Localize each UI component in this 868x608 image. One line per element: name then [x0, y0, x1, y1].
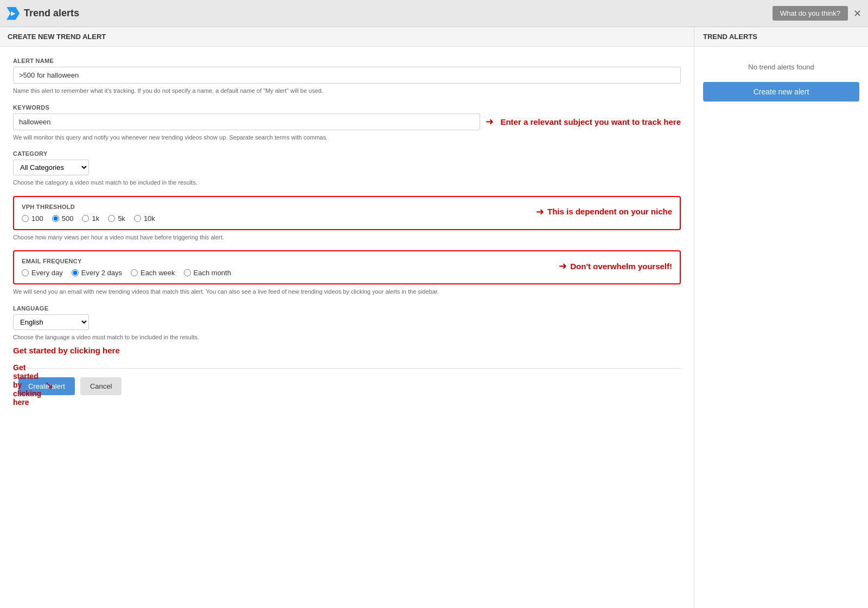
- create-new-alert-button[interactable]: Create new alert: [703, 82, 859, 102]
- vph-option-100[interactable]: 100: [22, 214, 43, 223]
- vph-option-1k[interactable]: 1k: [82, 214, 99, 223]
- category-hint: Choose the category a video must match t…: [13, 178, 681, 187]
- email-radio-eachmonth[interactable]: [184, 269, 191, 276]
- language-label: LANGUAGE: [13, 305, 681, 312]
- vph-radio-500[interactable]: [52, 215, 59, 222]
- language-select[interactable]: English Spanish French German: [13, 314, 89, 330]
- title-bar: ▶ Trend alerts What do you think? ✕: [0, 0, 868, 27]
- main-container: CREATE NEW TREND ALERT ALERT NAME Name t…: [0, 27, 868, 608]
- email-option-everyday[interactable]: Every day: [22, 269, 63, 277]
- category-label: CATEGORY: [13, 150, 681, 157]
- right-panel-body: No trend alerts found Create new alert: [694, 47, 868, 112]
- language-hint: Choose the language a video must match t…: [13, 333, 681, 342]
- email-option-every2days[interactable]: Every 2 days: [72, 269, 122, 277]
- app-logo: ▶: [7, 7, 20, 20]
- close-button[interactable]: ✕: [853, 8, 861, 20]
- no-alerts-text: No trend alerts found: [703, 58, 859, 71]
- vph-radio-group: 100 500 1k 5k: [22, 214, 527, 223]
- vph-option-5k[interactable]: 5k: [108, 214, 125, 223]
- vph-label: VPH THRESHOLD: [22, 204, 527, 210]
- create-section-header: CREATE NEW TREND ALERT: [0, 27, 694, 47]
- vph-radio-100[interactable]: [22, 215, 29, 222]
- email-option-eachweek[interactable]: Each week: [131, 269, 175, 277]
- email-radio-everyday[interactable]: [22, 269, 29, 276]
- feedback-button[interactable]: What do you think?: [773, 6, 848, 21]
- email-label: EMAIL FREQUENCY: [22, 258, 550, 264]
- vph-radio-1k[interactable]: [82, 215, 89, 222]
- bottom-actions: Get started by clicking here ↘ Create al…: [13, 368, 681, 395]
- app-title: Trend alerts: [24, 8, 773, 19]
- keywords-annotation: Enter a relevant subject you want to tra…: [500, 116, 681, 128]
- create-annotation: Get started by clicking here: [13, 363, 41, 407]
- vph-option-500[interactable]: 500: [52, 214, 74, 223]
- email-annotation: Don't overwhelm yourself!: [570, 262, 672, 271]
- email-hint: We will send you an email with new trend…: [13, 287, 681, 296]
- email-radio-eachweek[interactable]: [131, 269, 138, 276]
- vph-section: VPH THRESHOLD 100 500 1k: [13, 196, 681, 230]
- alert-name-hint: Name this alert to remember what it's tr…: [13, 86, 681, 96]
- left-panel: CREATE NEW TREND ALERT ALERT NAME Name t…: [0, 27, 694, 608]
- vph-hint: Choose how many views per hour a video m…: [13, 233, 681, 242]
- keywords-hint: We will monitor this query and notify yo…: [13, 133, 681, 142]
- vph-radio-5k[interactable]: [108, 215, 115, 222]
- cancel-button[interactable]: Cancel: [80, 377, 122, 395]
- alert-name-label: ALERT NAME: [13, 58, 681, 64]
- vph-option-10k[interactable]: 10k: [134, 214, 155, 223]
- vph-annotation: This is dependent on your niche: [547, 207, 672, 216]
- email-radio-every2days[interactable]: [72, 269, 79, 276]
- right-panel: TREND ALERTS No trend alerts found Creat…: [694, 27, 868, 608]
- vph-radio-10k[interactable]: [134, 215, 141, 222]
- language-annotation: Get started by clicking here: [13, 346, 120, 355]
- alert-name-input[interactable]: [13, 67, 681, 84]
- keywords-input[interactable]: [13, 113, 480, 130]
- email-option-eachmonth[interactable]: Each month: [184, 269, 231, 277]
- trend-alerts-header: TREND ALERTS: [694, 27, 868, 47]
- email-radio-group: Every day Every 2 days Each week Ea: [22, 269, 550, 277]
- email-section: EMAIL FREQUENCY Every day Every 2 days: [13, 250, 681, 284]
- category-select[interactable]: All Categories Film & Animation Music Ga…: [13, 160, 89, 175]
- keywords-label: KEYWORDS: [13, 104, 681, 111]
